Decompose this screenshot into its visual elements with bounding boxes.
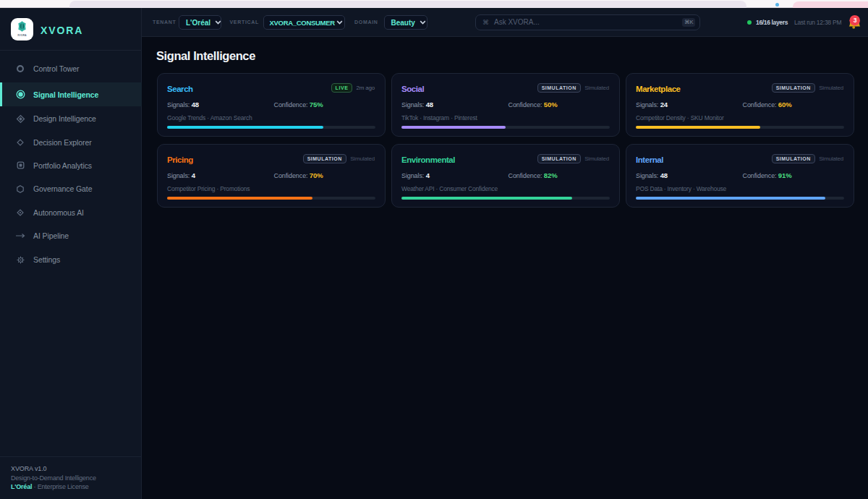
svg-text:3: 3 xyxy=(854,17,857,24)
